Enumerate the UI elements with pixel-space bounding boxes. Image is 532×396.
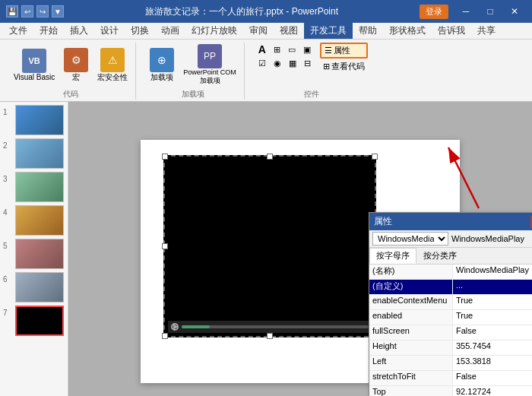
addin-icon: ⊕ [150,48,174,72]
prop-name-left: Left [369,356,453,370]
text-btn[interactable]: A [255,43,269,56]
save-icon[interactable]: 💾 [6,5,18,17]
slide-thumb-7[interactable] [15,306,64,336]
minimize-button[interactable]: ─ [454,4,477,19]
window-title: 旅游散文记录：一个人的旅行.pptx - PowerPoint [64,5,420,18]
slide-number-1: 1 [3,108,12,116]
ribbon-group-controls: A ⊞ ▭ ▣ ☑ ◉ ▦ ⊟ ☰ 属性 ⊞ [251,43,372,100]
slide-number-5: 5 [3,242,12,250]
ctrl-btn4[interactable]: ▣ [300,43,314,56]
slide-thumb-3[interactable] [15,172,64,202]
prop-name-top: Top [369,386,453,396]
slide-thumb-5[interactable] [15,239,64,269]
progress-bar[interactable] [182,325,369,328]
slide-thumb-1[interactable] [15,105,64,135]
prop-name-stretch: stretchToFit [369,371,453,385]
title-bar: 💾 ↩ ↪ ▼ 旅游散文记录：一个人的旅行.pptx - PowerPoint … [0,0,532,23]
controls-group-label: 控件 [304,89,319,100]
menu-design[interactable]: 设计 [94,23,125,39]
slide-thumb-4[interactable] [15,205,64,236]
menu-developer[interactable]: 开发工具 [304,23,353,39]
props-tabs: 按字母序 按分类序 [369,248,532,265]
video-control-box[interactable] [163,155,376,337]
menu-file[interactable]: 文件 [3,23,33,39]
view-code-icon: ⊞ [323,62,330,71]
slide-thumb-6[interactable] [15,272,64,303]
prop-value-contextmenu[interactable]: True [453,295,532,309]
menu-transition[interactable]: 切换 [125,23,155,39]
vb-icon: VB [22,49,46,73]
prop-value-left[interactable]: 153.3818 [453,356,532,370]
view-code-button[interactable]: ⊞ 查看代码 [320,60,368,73]
handle-ml[interactable] [162,243,168,249]
handle-tl[interactable] [162,154,168,160]
maximize-button[interactable]: □ [479,4,502,19]
dialog-toolbar: WindowsMediaPlay WindowsMediaPlay [369,230,532,248]
object-dropdown[interactable]: WindowsMediaPlay [372,232,448,246]
slide-thumbnail-1: 1 [3,105,65,135]
prop-row-custom: (自定义) ... [369,280,532,295]
menu-view[interactable]: 视图 [274,23,304,39]
undo-icon[interactable]: ↩ [21,5,33,17]
slide-thumbnail-5: 5 [3,239,65,269]
addins-group-label: 加载项 [182,89,204,100]
login-button[interactable]: 登录 [420,5,448,19]
menu-home[interactable]: 开始 [33,23,64,39]
handle-bm[interactable] [267,333,273,339]
macro-security-icon: ⚠ [100,48,125,72]
prop-value-height[interactable]: 355.7454 [453,341,532,355]
slide-panel: 1 2 3 4 5 6 7 [0,102,68,396]
slide-number-4: 4 [3,208,12,217]
menu-bar: 文件 开始 插入 设计 切换 动画 幻灯片放映 审阅 视图 开发工具 帮助 形状… [0,23,532,40]
addin-button[interactable]: ⊕ 加载项 [147,46,177,84]
ctrl-btn6[interactable]: ▦ [286,58,299,69]
close-button[interactable]: ✕ [503,4,526,19]
checkbox-btn[interactable]: ☑ [255,58,269,69]
ribbon: VB Visual Basic ⚙ 宏 ⚠ 宏安全性 代码 ⊕ 加载项 PP P… [0,40,532,102]
redo-icon[interactable]: ↪ [36,5,49,17]
visual-basic-button[interactable]: VB Visual Basic [11,47,58,83]
slide-thumb-2[interactable] [15,138,64,169]
prop-value-custom[interactable]: ... [453,280,532,294]
prop-value-stretch[interactable]: False [453,371,532,385]
menu-help[interactable]: 帮助 [353,23,383,39]
slide-number-6: 6 [3,275,12,284]
radio-btn[interactable]: ◉ [271,58,284,69]
prop-value-name[interactable]: WindowsMediaPlay [453,265,532,279]
ctrl-btn3[interactable]: ▭ [285,43,299,56]
slide-thumbnail-7: 7 [3,306,65,336]
main-area: 1 2 3 4 5 6 7 [0,102,532,396]
prop-name-fullscreen: fullScreen [369,325,453,340]
ctrl-btn2[interactable]: ⊞ [271,43,283,56]
com-addin-icon: PP [198,44,222,68]
menu-tellme[interactable]: 告诉我 [432,23,471,39]
handle-bl[interactable] [162,333,168,339]
macro-security-button[interactable]: ⚠ 宏安全性 [94,46,131,84]
properties-dialog: 属性 ✕ WindowsMediaPlay WindowsMediaPlay 按… [369,212,532,396]
customize-icon[interactable]: ▼ [52,5,64,17]
tab-categorical[interactable]: 按分类序 [416,248,464,264]
menu-insert[interactable]: 插入 [64,23,94,39]
prop-value-fullscreen[interactable]: False [453,325,532,340]
menu-review[interactable]: 审阅 [243,23,274,39]
prop-row-stretch: stretchToFit False [369,371,532,386]
play-button[interactable] [171,323,179,331]
properties-button[interactable]: ☰ 属性 [320,43,368,59]
prop-value-enabled[interactable]: True [453,310,532,325]
com-addin-button[interactable]: PP PowerPoint COM 加载项 [180,43,239,87]
menu-share[interactable]: 共享 [471,23,502,39]
prop-value-top[interactable]: 92.12724 [453,386,532,396]
handle-tm[interactable] [267,154,273,160]
ctrl-btn7[interactable]: ⊟ [301,58,314,69]
tab-alphabetical[interactable]: 按字母序 [369,248,416,264]
macro-button[interactable]: ⚙ 宏 [61,46,91,84]
handle-tr[interactable] [372,154,378,160]
ribbon-group-code: VB Visual Basic ⚙ 宏 ⚠ 宏安全性 代码 [6,43,136,100]
menu-shape-format[interactable]: 形状格式 [383,23,432,39]
slide-thumbnail-2: 2 [3,138,65,169]
menu-slideshow[interactable]: 幻灯片放映 [185,23,243,39]
ribbon-group-addins: ⊕ 加载项 PP PowerPoint COM 加载项 加载项 [142,43,245,100]
menu-animation[interactable]: 动画 [155,23,185,39]
slide-number-2: 2 [3,141,12,150]
prop-row-contextmenu: enableContextMenu True [369,295,532,310]
